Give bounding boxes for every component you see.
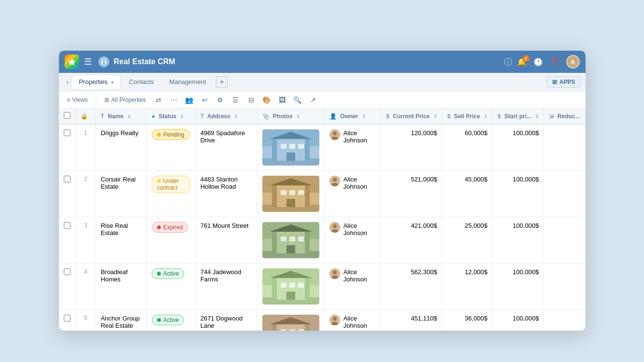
sort-address-icon[interactable]: ⇕	[234, 114, 238, 119]
row-photos-cell[interactable]	[257, 310, 324, 331]
col-header-photos[interactable]: 📎 Photos ⇕	[257, 109, 324, 124]
col-header-address[interactable]: T Address ⇕	[195, 109, 257, 124]
row-checkbox-cell[interactable]	[59, 124, 76, 171]
table-row[interactable]: 3 Rise Real Estate Expired 761 Mount Str…	[59, 217, 586, 264]
notifications-icon[interactable]: 🔔 2	[517, 57, 527, 67]
row-checkbox-cell[interactable]	[59, 264, 76, 310]
row-address-cell[interactable]: 761 Mount Street	[195, 217, 257, 264]
tab-collapse-button[interactable]: ‹	[64, 76, 72, 88]
color-icon[interactable]: 🎨	[260, 94, 273, 106]
row-checkbox[interactable]	[64, 129, 71, 136]
tab-management[interactable]: Management	[162, 75, 213, 89]
row-owner-cell[interactable]: Alice Johnson	[324, 310, 381, 331]
row-reduc-cell[interactable]	[544, 264, 585, 310]
select-all-checkbox[interactable]	[64, 112, 71, 119]
row-sell-price-cell[interactable]: 12,000$	[442, 264, 492, 310]
row-name-cell[interactable]: Rise Real Estate	[96, 217, 146, 264]
views-button[interactable]: ≡ Views	[64, 95, 91, 105]
row-owner-cell[interactable]: Alice Johnson	[324, 124, 381, 171]
row-photos-cell[interactable]	[257, 171, 324, 217]
sort-start-icon[interactable]: ⇕	[535, 114, 539, 119]
row-address-cell[interactable]: 2671 Dogwood Lane	[195, 310, 257, 331]
row-sell-price-cell[interactable]: 36,000$	[442, 310, 492, 331]
row-owner-cell[interactable]: Alice Johnson	[324, 171, 381, 217]
sort-sell-icon[interactable]: ⇕	[484, 114, 487, 119]
info-icon[interactable]: i	[504, 58, 512, 66]
filter-settings-icon[interactable]: ⚙	[214, 94, 227, 106]
row-checkbox[interactable]	[64, 222, 71, 229]
sort-owner-icon[interactable]: ⇕	[362, 114, 366, 119]
row-checkbox-cell[interactable]	[59, 217, 76, 264]
row-status-cell[interactable]: Under contract	[146, 171, 195, 217]
row-current-price-cell[interactable]: 562,300$	[381, 264, 442, 310]
row-address-cell[interactable]: 4969 Spadafore Drive	[195, 124, 257, 171]
hamburger-icon[interactable]: ☰	[84, 56, 92, 67]
columns-icon[interactable]: ⇄	[152, 94, 165, 106]
row-address-cell[interactable]: 744 Jadewood Farms	[195, 264, 257, 310]
tab-contacts[interactable]: Contacts	[122, 75, 161, 89]
table-row[interactable]: 2 Corsair Real Estate Under contract 448…	[59, 171, 586, 217]
sort-price-icon[interactable]: ⇕	[433, 114, 437, 119]
table-row[interactable]: 1 Driggs Realty Pending 4969 Spadafore D…	[59, 124, 586, 171]
row-status-cell[interactable]: Pending	[146, 124, 195, 171]
search-icon[interactable]: 🔍	[291, 94, 304, 106]
user-avatar[interactable]: A	[566, 55, 580, 69]
col-header-name[interactable]: T Name ⇕	[96, 109, 146, 124]
row-reduc-cell[interactable]	[544, 310, 585, 331]
row-status-cell[interactable]: Expired	[146, 217, 195, 264]
undo-icon[interactable]: ↩	[199, 94, 211, 106]
row-current-price-cell[interactable]: 521,000$	[381, 171, 442, 217]
row-checkbox[interactable]	[64, 176, 71, 182]
tab-properties[interactable]: Properties ▾	[72, 75, 121, 89]
row-start-price-cell[interactable]: 100,000$	[493, 264, 544, 310]
col-header-current-price[interactable]: $ Current Price ⇕	[381, 109, 442, 124]
row-name-cell[interactable]: Anchor Group Real Estate	[96, 310, 146, 331]
people-icon[interactable]: 👥	[183, 94, 196, 106]
table-row[interactable]: 4 Broadleaf Homes Active 744 Jadewood Fa…	[59, 264, 586, 310]
row-sell-price-cell[interactable]: 25,000$	[442, 217, 492, 264]
row-start-price-cell[interactable]: 100,000$	[493, 171, 544, 217]
row-owner-cell[interactable]: Alice Johnson	[324, 264, 381, 310]
sort-photos-icon[interactable]: ⇕	[296, 114, 300, 119]
list-icon[interactable]: ☰	[229, 94, 242, 106]
col-header-owner[interactable]: 👤 Owner ⇕	[324, 109, 381, 124]
col-checkbox[interactable]	[59, 109, 76, 124]
row-name-cell[interactable]: Driggs Realty	[96, 124, 146, 171]
row-start-price-cell[interactable]: 100,000$	[493, 124, 544, 171]
row-checkbox-cell[interactable]	[59, 171, 76, 217]
table-row[interactable]: 5 Anchor Group Real Estate Active 2671 D…	[59, 310, 586, 331]
image-icon[interactable]: 🖼	[276, 94, 288, 106]
share-icon[interactable]: ↗	[307, 94, 319, 106]
row-checkbox-cell[interactable]	[59, 310, 76, 331]
row-name-cell[interactable]: Broadleaf Homes	[96, 264, 146, 310]
col-header-reduc[interactable]: ⇲ Reduc...	[544, 109, 585, 124]
row-status-cell[interactable]: Active	[146, 264, 195, 310]
row-current-price-cell[interactable]: 421,000$	[381, 217, 442, 264]
row-reduc-cell[interactable]	[544, 124, 585, 171]
row-reduc-cell[interactable]	[544, 171, 585, 217]
row-name-cell[interactable]: Corsair Real Estate	[96, 171, 146, 217]
row-checkbox[interactable]	[64, 315, 71, 321]
row-start-price-cell[interactable]: 100,000$	[493, 217, 544, 264]
row-photos-cell[interactable]	[257, 217, 324, 264]
filter-icon[interactable]: ⊟	[245, 94, 258, 106]
apps-button[interactable]: ⊞ APPS	[547, 76, 581, 88]
sort-name-icon[interactable]: ⇕	[127, 114, 131, 119]
row-address-cell[interactable]: 4483 Stanton Hollow Road	[195, 171, 257, 217]
row-photos-cell[interactable]	[257, 264, 324, 310]
row-reduc-cell[interactable]	[544, 217, 585, 264]
help-icon[interactable]: ❓	[550, 57, 559, 67]
row-current-price-cell[interactable]: 451,110$	[381, 310, 442, 331]
row-status-cell[interactable]: Active	[146, 310, 195, 331]
col-header-start-price[interactable]: $ Start pri... ⇕	[493, 109, 544, 124]
history-icon[interactable]: 🕐	[533, 57, 543, 67]
col-header-status[interactable]: ● Status ⇕	[146, 109, 195, 124]
row-start-price-cell[interactable]: 100,000$	[493, 310, 544, 331]
row-sell-price-cell[interactable]: 60,000$	[442, 124, 492, 171]
row-sell-price-cell[interactable]: 45,000$	[442, 171, 492, 217]
row-owner-cell[interactable]: Alice Johnson	[324, 217, 381, 264]
all-properties-button[interactable]: ⊞ All Properties	[101, 95, 149, 105]
row-current-price-cell[interactable]: 120,000$	[381, 124, 442, 171]
add-tab-button[interactable]: +	[216, 76, 228, 88]
more-options-icon[interactable]: ⋯	[168, 94, 180, 106]
